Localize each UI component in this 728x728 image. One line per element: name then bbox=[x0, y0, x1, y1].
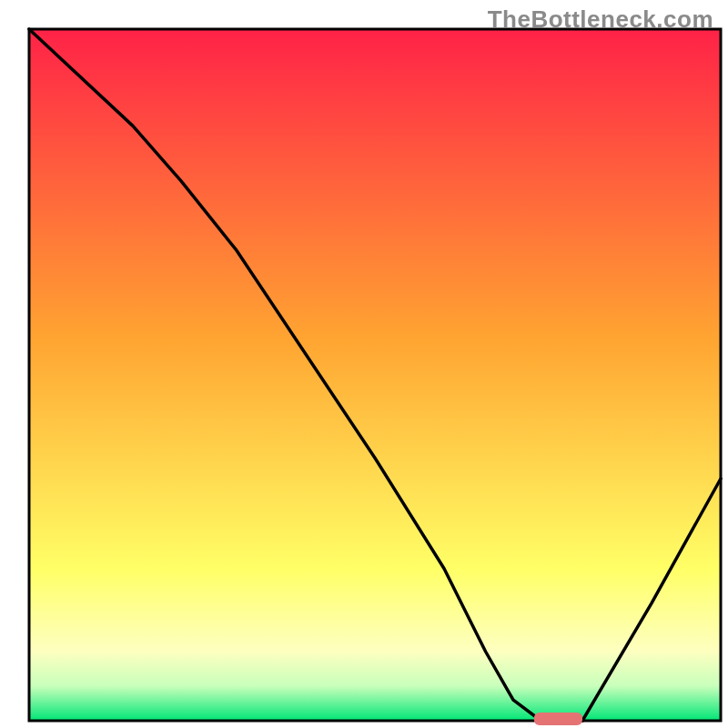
plot-background bbox=[29, 29, 721, 721]
bottleneck-chart bbox=[0, 0, 728, 728]
chart-container: TheBottleneck.com bbox=[0, 0, 728, 728]
optimum-marker bbox=[534, 713, 582, 725]
